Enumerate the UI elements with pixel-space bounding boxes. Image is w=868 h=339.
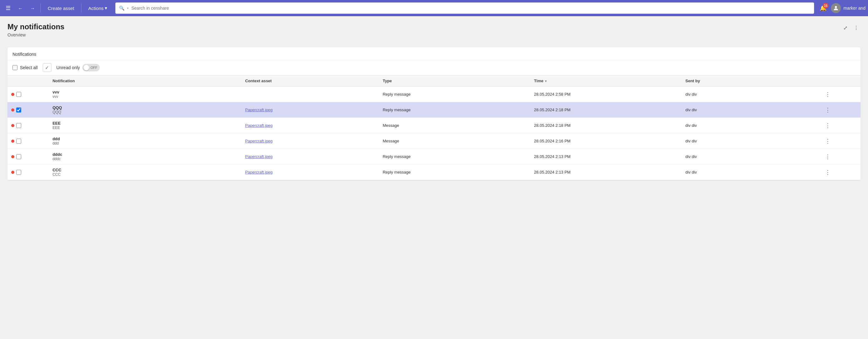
row-more-button[interactable]: ⋮	[823, 122, 833, 130]
user-name: marker and	[843, 6, 866, 10]
row-more-button[interactable]: ⋮	[823, 106, 833, 114]
notifications-button[interactable]: 🔔 15	[818, 3, 828, 13]
notification-main-name: vvv	[52, 90, 238, 94]
create-asset-button[interactable]: Create asset	[43, 4, 79, 13]
notification-badge: 15	[823, 3, 828, 8]
table-row: ddd dddPapercraft.jpegMessage28.05.2024 …	[7, 133, 861, 149]
search-filter-icon: ▾	[127, 6, 129, 10]
unread-dot	[11, 140, 14, 143]
nav-divider	[40, 3, 41, 13]
row-notification-name: QQQ QQQ	[49, 102, 241, 118]
row-sent-by: div div	[682, 102, 819, 118]
row-type: Reply message	[379, 102, 530, 118]
notification-sub-name: dddc	[52, 157, 238, 161]
select-all-checkbox[interactable]	[12, 65, 18, 70]
row-time: 28.05.2024 2:13 PM	[530, 149, 682, 165]
row-more-button[interactable]: ⋮	[823, 168, 833, 176]
row-notification-name: ddd ddd	[49, 133, 241, 149]
row-context-asset[interactable]: Papercraft.jpeg	[241, 165, 379, 180]
more-vert-icon: ⋮	[854, 25, 859, 31]
row-notification-name: CCC CCC	[49, 165, 241, 180]
row-checkbox[interactable]	[16, 107, 21, 112]
unread-only-label: Unread only	[56, 65, 80, 70]
col-header-time[interactable]: Time	[530, 75, 682, 87]
row-checkbox[interactable]	[16, 92, 21, 97]
context-asset-link[interactable]: Papercraft.jpeg	[245, 123, 273, 128]
unread-dot	[11, 171, 14, 174]
expand-button[interactable]: ⤢	[841, 24, 849, 32]
row-time: 28.05.2024 2:18 PM	[530, 102, 682, 118]
sidebar-toggle-button[interactable]: ☰	[2, 3, 14, 13]
row-type: Reply message	[379, 87, 530, 102]
row-time: 28.05.2024 2:58 PM	[530, 87, 682, 102]
avatar	[831, 3, 841, 13]
row-type: Reply message	[379, 165, 530, 180]
actions-button[interactable]: Actions ▾	[84, 3, 112, 13]
row-type: Reply message	[379, 149, 530, 165]
col-header-actions	[819, 75, 861, 87]
row-context-asset[interactable]: Papercraft.jpeg	[241, 102, 379, 118]
unread-dot	[11, 93, 14, 96]
col-header-indicator	[7, 75, 49, 87]
check-icon: ✓	[45, 65, 49, 70]
row-context-asset[interactable]: Papercraft.jpeg	[241, 149, 379, 165]
select-all-wrapper[interactable]: Select all	[12, 65, 38, 70]
more-options-button[interactable]: ⋮	[852, 24, 861, 32]
notification-sub-name: ddd	[52, 141, 238, 145]
svg-point-0	[835, 6, 837, 8]
table-row: dddc dddcPapercraft.jpegReply message28.…	[7, 149, 861, 165]
row-more-button[interactable]: ⋮	[823, 153, 833, 161]
forward-icon: →	[30, 6, 35, 11]
col-header-context-asset[interactable]: Context asset	[241, 75, 379, 87]
toggle-knob	[84, 65, 89, 70]
page-header-text: My notifications Overview	[7, 23, 65, 42]
nav-divider-2	[81, 3, 82, 13]
row-context-asset	[241, 87, 379, 102]
row-notification-name: vvv vvv	[49, 87, 241, 102]
col-header-sent-by[interactable]: Sent by	[682, 75, 819, 87]
row-context-asset[interactable]: Papercraft.jpeg	[241, 118, 379, 133]
col-header-notification[interactable]: Notification	[49, 75, 241, 87]
row-actions-cell: ⋮	[819, 165, 861, 180]
row-indicator-cell	[7, 165, 49, 180]
notification-main-name: ddd	[52, 136, 238, 141]
row-more-button[interactable]: ⋮	[823, 137, 833, 145]
search-input[interactable]	[131, 6, 810, 10]
row-sent-by: div div	[682, 133, 819, 149]
row-sent-by: div div	[682, 87, 819, 102]
check-action-button[interactable]: ✓	[43, 63, 52, 72]
table-row: EEE EEEPapercraft.jpegMessage28.05.2024 …	[7, 118, 861, 133]
unread-toggle[interactable]: OFF	[82, 64, 100, 71]
row-context-asset[interactable]: Papercraft.jpeg	[241, 133, 379, 149]
row-time: 28.05.2024 2:13 PM	[530, 165, 682, 180]
notification-main-name: EEE	[52, 121, 238, 126]
page-title: My notifications	[7, 23, 65, 31]
row-type: Message	[379, 133, 530, 149]
table-row: CCC CCCPapercraft.jpegReply message28.05…	[7, 165, 861, 180]
page-header-actions: ⤢ ⋮	[841, 24, 861, 32]
forward-button[interactable]: →	[27, 4, 38, 13]
row-checkbox[interactable]	[16, 123, 21, 128]
back-button[interactable]: ←	[15, 4, 26, 13]
chevron-down-icon: ▾	[105, 5, 107, 11]
row-actions-cell: ⋮	[819, 118, 861, 133]
table-row: QQQ QQQPapercraft.jpegReply message28.05…	[7, 102, 861, 118]
row-checkbox[interactable]	[16, 139, 21, 144]
row-sent-by: div div	[682, 149, 819, 165]
row-checkbox[interactable]	[16, 170, 21, 175]
user-info[interactable]: marker and	[831, 3, 866, 13]
actions-label: Actions	[88, 6, 103, 11]
col-header-type[interactable]: Type	[379, 75, 530, 87]
context-asset-link[interactable]: Papercraft.jpeg	[245, 139, 273, 143]
notification-sub-name: EEE	[52, 126, 238, 130]
table-row: vvv vvvReply message28.05.2024 2:58 PMdi…	[7, 87, 861, 102]
row-more-button[interactable]: ⋮	[823, 90, 833, 98]
context-asset-link[interactable]: Papercraft.jpeg	[245, 170, 273, 174]
notification-sub-name: CCC	[52, 172, 238, 177]
unread-dot	[11, 108, 14, 111]
select-all-label: Select all	[20, 65, 38, 70]
row-checkbox[interactable]	[16, 154, 21, 159]
context-asset-link[interactable]: Papercraft.jpeg	[245, 154, 273, 159]
row-indicator-cell	[7, 149, 49, 165]
context-asset-link[interactable]: Papercraft.jpeg	[245, 107, 273, 112]
